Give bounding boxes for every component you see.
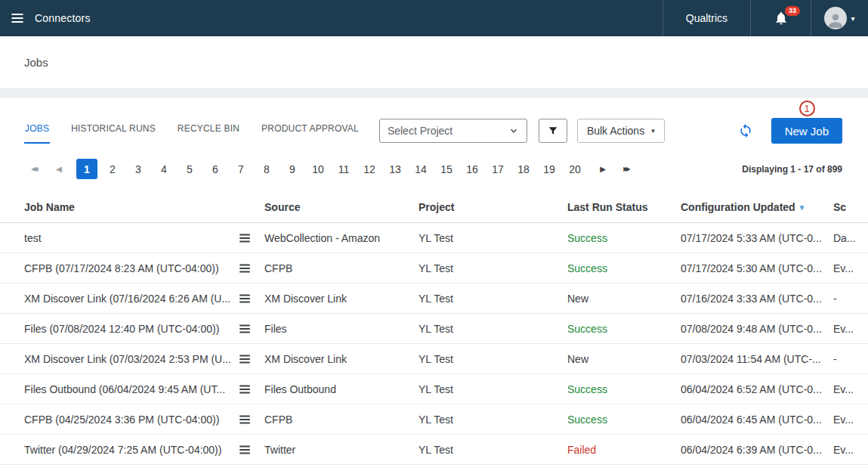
filter-button[interactable] [539, 119, 567, 143]
source-cell: CFPB [264, 262, 419, 274]
project-cell: YL Test [419, 293, 567, 305]
row-actions-button[interactable] [238, 292, 264, 305]
page-button-12[interactable]: 12 [359, 159, 380, 179]
source-cell: Twitter [264, 444, 419, 456]
jobs-table: Job Name Source Project Last Run Status … [0, 192, 868, 465]
page-button-1[interactable]: 1 [76, 159, 97, 179]
row-actions-button[interactable] [238, 352, 264, 366]
updated-cell: 06/04/2024 6:39 AM (UTC-0... [681, 444, 833, 456]
page-button-9[interactable]: 9 [282, 159, 303, 179]
row-actions-button[interactable] [238, 383, 264, 396]
row-actions-button[interactable] [238, 262, 264, 275]
row-menu-icon [238, 292, 252, 305]
page-button-6[interactable]: 6 [205, 159, 226, 179]
row-actions-button[interactable] [238, 322, 264, 336]
table-row: test WebCollection - Amazon YL Test Succ… [0, 223, 868, 253]
page-button-17[interactable]: 17 [487, 159, 508, 179]
bulk-actions-button[interactable]: Bulk Actions ▾ [577, 119, 665, 143]
page-button-4[interactable]: 4 [153, 159, 175, 179]
refresh-button[interactable] [738, 123, 753, 138]
column-header-last-run-status[interactable]: Last Run Status [567, 201, 681, 213]
table-row: CFPB (07/17/2024 8:23 AM (UTC-04:00)) CF… [0, 253, 868, 283]
page-button-2[interactable]: 2 [102, 159, 123, 179]
chevron-down-icon [508, 125, 519, 136]
page-button-13[interactable]: 13 [385, 159, 406, 179]
last-page-button[interactable]: ▶▶ [618, 160, 636, 179]
notification-badge: 33 [785, 6, 800, 16]
page-button-16[interactable]: 16 [462, 159, 483, 179]
row-actions-button[interactable] [238, 413, 264, 426]
job-name-cell: XM Discover Link (07/16/2024 6:26 AM (U.… [24, 293, 238, 305]
previous-page-button[interactable]: ◀ [50, 160, 68, 179]
avatar [824, 7, 847, 29]
toolbar: JOBSHISTORICAL RUNSRECYCLE BINPRODUCT AP… [0, 98, 868, 144]
page-title: Jobs [24, 56, 48, 69]
row-menu-icon [238, 231, 252, 245]
column-header-project[interactable]: Project [419, 201, 567, 213]
tabs: JOBSHISTORICAL RUNSRECYCLE BINPRODUCT AP… [24, 119, 360, 144]
updated-cell: 07/03/2024 11:54 AM (UTC-... [681, 353, 833, 365]
job-name-cell: test [24, 232, 238, 244]
tab-product-approval[interactable]: PRODUCT APPROVAL [261, 119, 360, 144]
tab-jobs[interactable]: JOBS [24, 119, 50, 144]
updated-cell: 06/04/2024 6:52 AM (UTC-0... [681, 383, 833, 395]
page-button-18[interactable]: 18 [513, 159, 534, 179]
table-row: CFPB (04/25/2024 3:36 PM (UTC-04:00)) CF… [0, 404, 868, 435]
page-button-5[interactable]: 5 [179, 159, 200, 179]
page-button-8[interactable]: 8 [256, 159, 277, 179]
project-cell: YL Test [419, 444, 567, 456]
table-row: Files (07/08/2024 12:40 PM (UTC-04:00)) … [0, 314, 868, 344]
source-cell: CFPB [264, 414, 419, 426]
updated-cell: 06/04/2024 6:45 AM (UTC-0... [681, 414, 833, 426]
schedule-cell: - [833, 293, 868, 305]
schedule-cell: Ev... [833, 262, 868, 274]
schedule-cell: - [833, 353, 868, 365]
source-cell: Files Outbound [264, 383, 419, 395]
notifications-button[interactable]: 33 [750, 0, 811, 36]
page-button-10[interactable]: 10 [307, 159, 329, 179]
account-menu-button[interactable]: ▾ [811, 0, 868, 36]
jobs-card: JOBSHISTORICAL RUNSRECYCLE BINPRODUCT AP… [0, 98, 868, 474]
updated-cell: 07/17/2024 5:30 AM (UTC-0... [681, 262, 833, 274]
job-name-cell: CFPB (07/17/2024 8:23 AM (UTC-04:00)) [24, 262, 238, 274]
row-menu-icon [238, 443, 252, 457]
first-page-button[interactable]: ◀◀ [26, 160, 44, 179]
column-header-job-name[interactable]: Job Name [24, 201, 238, 213]
row-menu-icon [238, 262, 252, 275]
column-header-configuration-updated[interactable]: Configuration Updated ▾ [681, 201, 833, 213]
next-page-button[interactable]: ▶ [594, 160, 612, 179]
column-header-source[interactable]: Source [264, 201, 419, 213]
page-button-15[interactable]: 15 [436, 159, 457, 179]
tab-historical-runs[interactable]: HISTORICAL RUNS [70, 119, 156, 144]
project-cell: YL Test [419, 323, 567, 335]
row-actions-button[interactable] [238, 231, 264, 245]
tab-recycle-bin[interactable]: RECYCLE BIN [177, 119, 240, 144]
page-button-11[interactable]: 11 [333, 159, 354, 179]
schedule-cell: Ev... [833, 414, 868, 426]
schedule-cell: Ev... [833, 323, 868, 335]
job-name-cell: Files (07/08/2024 12:40 PM (UTC-04:00)) [24, 323, 238, 335]
column-header-schedule[interactable]: Sc [833, 201, 868, 213]
status-cell: Success [567, 323, 681, 335]
table-row: XM Discover Link (07/03/2024 2:53 PM (U.… [0, 344, 868, 374]
hamburger-menu-button[interactable] [0, 0, 35, 36]
brand-link[interactable]: Qualtrics [663, 0, 750, 36]
new-job-button[interactable]: New Job [771, 118, 842, 144]
status-cell: New [567, 353, 681, 365]
page-button-14[interactable]: 14 [410, 159, 431, 179]
status-cell: Success [567, 262, 681, 274]
page-button-3[interactable]: 3 [128, 159, 149, 179]
page-button-7[interactable]: 7 [230, 159, 252, 179]
page-button-20[interactable]: 20 [564, 159, 585, 179]
pagination: ◀◀ ◀ 1234567891011121314151617181920 ▶ ▶… [0, 144, 868, 179]
hamburger-icon [10, 11, 25, 26]
project-select[interactable]: Select Project [379, 119, 527, 143]
app-title: Connectors [35, 0, 91, 36]
row-actions-button[interactable] [238, 443, 264, 457]
table-body: test WebCollection - Amazon YL Test Succ… [0, 223, 868, 465]
page-button-19[interactable]: 19 [539, 159, 560, 179]
row-menu-icon [238, 322, 252, 336]
schedule-cell: Ev... [833, 383, 868, 395]
project-select-value: Select Project [388, 125, 453, 137]
job-name-cell: XM Discover Link (07/03/2024 2:53 PM (U.… [24, 353, 238, 365]
